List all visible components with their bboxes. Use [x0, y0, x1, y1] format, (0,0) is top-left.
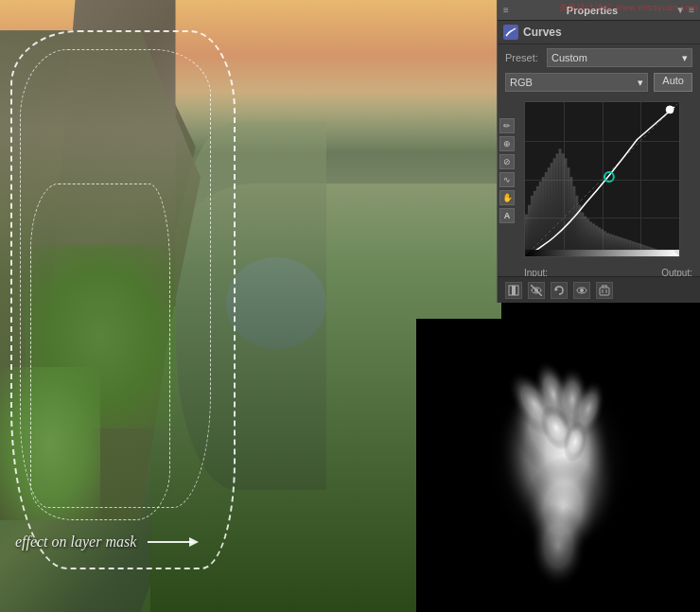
- preset-dropdown-arrow: ▾: [682, 52, 688, 64]
- curves-title-row: Curves: [498, 21, 700, 44]
- watermark: 美竟设计论坛 www.missyuan.com: [559, 2, 698, 14]
- svg-line-66: [531, 285, 542, 296]
- eye-button[interactable]: [573, 282, 590, 299]
- preset-row: Preset: Custom ▾: [498, 44, 700, 71]
- eyedropper1-tool[interactable]: ⊕: [499, 136, 515, 151]
- add-mask-button[interactable]: [505, 282, 522, 299]
- channel-value: RGB: [510, 77, 533, 88]
- mask-image: [416, 319, 700, 612]
- auto-button[interactable]: Auto: [654, 73, 692, 92]
- delete-button[interactable]: [596, 282, 613, 299]
- panel-icon-left: ≡: [503, 5, 509, 15]
- curve-tool[interactable]: ∿: [499, 172, 515, 187]
- bottom-toolbar: [498, 276, 700, 303]
- tools-sidebar: ✏ ⊕ ⊘ ∿ ✋ A: [498, 114, 516, 227]
- svg-rect-2: [504, 26, 517, 39]
- selection-outline-3: [30, 184, 170, 520]
- pencil-tool[interactable]: ✏: [499, 118, 515, 133]
- control-point-highlight: [666, 106, 674, 114]
- svg-rect-63: [512, 286, 516, 295]
- mask-canvas: [416, 319, 700, 612]
- curves-svg[interactable]: [525, 102, 679, 256]
- curves-graph[interactable]: [524, 101, 680, 257]
- mask-text-overlay: effect on layer mask: [15, 533, 200, 551]
- preset-label: Preset:: [505, 52, 541, 63]
- channel-dropdown-arrow: ▾: [638, 77, 643, 89]
- curves-layer-icon: [503, 25, 518, 40]
- text-tool[interactable]: A: [499, 208, 515, 223]
- svg-rect-59: [525, 250, 679, 256]
- channel-dropdown[interactable]: RGB ▾: [505, 73, 648, 92]
- svg-marker-1: [189, 537, 199, 547]
- undo-button[interactable]: [551, 282, 568, 299]
- visibility-button[interactable]: [528, 282, 545, 299]
- eyedropper2-tool[interactable]: ⊘: [499, 154, 515, 169]
- curves-graph-container: [524, 101, 692, 257]
- preset-value: Custom: [551, 52, 587, 63]
- control-point-mid: [604, 172, 614, 182]
- svg-line-58: [525, 102, 679, 256]
- hand-tool[interactable]: ✋: [499, 190, 515, 205]
- svg-point-69: [580, 289, 584, 292]
- panel-header-icons: ≡: [503, 5, 509, 15]
- properties-panel: ≡ Properties ▼ ≡ Curves Preset: Custom ▾…: [497, 0, 700, 303]
- preset-dropdown[interactable]: Custom ▾: [547, 48, 692, 67]
- svg-rect-70: [600, 288, 609, 295]
- channel-row: RGB ▾ Auto: [498, 71, 700, 94]
- curves-panel-label: Curves: [523, 26, 562, 39]
